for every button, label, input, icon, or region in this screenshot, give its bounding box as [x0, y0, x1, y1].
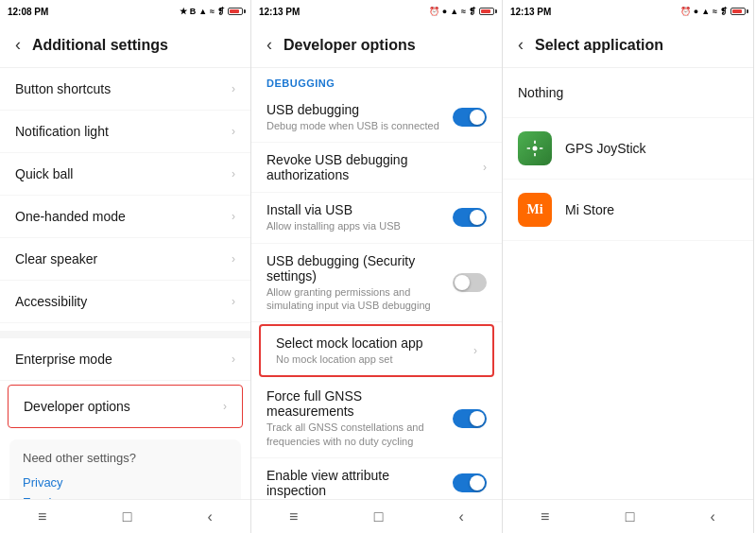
alarm3-icon: ⏰ — [680, 7, 691, 16]
back-button-2[interactable]: ‹ — [263, 31, 276, 59]
accessibility-label: Accessibility — [15, 294, 87, 309]
mi-store-label: Mi Store — [565, 202, 614, 217]
developer-options-item[interactable]: Developer options › — [8, 385, 243, 428]
install-usb-name: Install via USB — [266, 202, 445, 217]
sidebar-item-quick-ball[interactable]: Quick ball › — [0, 153, 250, 196]
sidebar-item-enterprise[interactable]: Enterprise mode › — [0, 338, 250, 381]
back-button-1[interactable]: ‹ — [11, 31, 25, 59]
view-inspection-item[interactable]: Enable view attribute inspection — [251, 458, 502, 499]
usb-security-desc: Allow granting permissions and simulatin… — [266, 285, 445, 313]
earphones-link[interactable]: Earphones — [23, 492, 228, 499]
sidebar-item-clear-speaker[interactable]: Clear speaker › — [0, 238, 250, 281]
bluetooth-icon: ★ — [180, 7, 187, 16]
sidebar-item-notification-light[interactable]: Notification light › — [0, 111, 250, 153]
suggestions-title: Need other settings? — [23, 451, 228, 465]
gnss-toggle[interactable] — [453, 409, 487, 428]
chevron-icon: › — [232, 295, 235, 308]
status-time-3: 12:13 PM — [510, 7, 551, 17]
gnss-item[interactable]: Force full GNSS measurements Track all G… — [251, 379, 502, 458]
signal3-icon: ▲ — [701, 7, 710, 16]
sidebar-item-developer[interactable]: Developer options › — [9, 386, 242, 427]
panel1-header: ‹ Additional settings — [0, 23, 250, 68]
gnss-name: Force full GNSS measurements — [266, 388, 445, 419]
wifi2-icon: ≈ — [461, 7, 466, 16]
sidebar-item-accessibility[interactable]: Accessibility › — [0, 281, 250, 323]
mock-location-desc: No mock location app set — [276, 352, 466, 366]
gps-joystick-icon — [518, 131, 552, 165]
install-usb-desc: Allow installing apps via USB — [266, 219, 445, 232]
back-nav-icon-2[interactable]: ‹ — [459, 508, 464, 525]
location-icon: ● — [442, 7, 447, 16]
panel1-title: Additional settings — [32, 37, 168, 54]
mock-location-name: Select mock location app — [276, 335, 466, 351]
view-inspection-name: Enable view attribute inspection — [266, 468, 445, 498]
bluetooth-icon2: B — [190, 7, 197, 16]
panel3-title: Select application — [535, 37, 663, 54]
wifi-icon: ≈ — [210, 7, 215, 16]
status-bar-2: 12:13 PM ⏰ ● ▲ ≈ ❡ — [251, 0, 502, 23]
status-icons-3: ⏰ ● ▲ ≈ ❡ — [680, 7, 746, 16]
mock-location-item[interactable]: Select mock location app No mock locatio… — [261, 326, 492, 375]
chevron-icon: › — [232, 125, 235, 138]
app-item-mi-store[interactable]: Mi Mi Store — [503, 180, 753, 241]
menu-nav-icon-2[interactable]: ≡ — [289, 508, 298, 525]
battery-icon-2 — [479, 8, 494, 15]
button-shortcuts-label: Button shortcuts — [15, 81, 111, 96]
menu-nav-icon-3[interactable]: ≡ — [541, 508, 549, 525]
signal-bars: ❡ — [217, 7, 225, 16]
app-item-gps[interactable]: GPS JoyStick — [503, 118, 753, 180]
one-handed-label: One-handed mode — [15, 209, 126, 224]
usb-security-item[interactable]: USB debugging (Security settings) Allow … — [251, 244, 502, 323]
nav-bar-3: ≡ □ ‹ — [503, 499, 753, 533]
gnss-desc: Track all GNSS constellations and freque… — [266, 421, 445, 448]
status-time-1: 12:08 PM — [8, 7, 48, 17]
svg-point-0 — [533, 146, 538, 151]
install-usb-item[interactable]: Install via USB Allow installing apps vi… — [251, 193, 502, 243]
mock-location-highlighted[interactable]: Select mock location app No mock locatio… — [259, 324, 494, 377]
back-nav-icon-3[interactable]: ‹ — [711, 508, 715, 525]
chevron-icon: › — [223, 400, 227, 413]
revoke-usb-name: Revoke USB debugging authorizations — [266, 152, 475, 182]
chevron-icon: › — [232, 167, 235, 181]
view-inspection-toggle[interactable] — [453, 473, 487, 492]
home-nav-icon-2[interactable]: □ — [374, 508, 384, 525]
sidebar-item-one-handed[interactable]: One-handed mode › — [0, 196, 250, 238]
back-nav-icon[interactable]: ‹ — [208, 508, 213, 525]
back-button-3[interactable]: ‹ — [514, 31, 527, 59]
usb-debugging-desc: Debug mode when USB is connected — [266, 119, 445, 132]
privacy-link[interactable]: Privacy — [23, 473, 228, 492]
usb-security-toggle[interactable] — [453, 273, 487, 292]
sidebar-item-button-shortcuts[interactable]: Button shortcuts › — [0, 68, 250, 111]
enterprise-section: Enterprise mode › — [0, 331, 250, 381]
usb-security-name: USB debugging (Security settings) — [266, 253, 445, 284]
app-list: Nothing GPS JoyStick Mi Mi Store — [503, 68, 753, 499]
menu-nav-icon[interactable]: ≡ — [38, 508, 46, 525]
nothing-label: Nothing — [518, 85, 563, 100]
suggestions-box: Need other settings? Privacy Earphones M… — [9, 439, 241, 499]
debugging-label: DEBUGGING — [251, 68, 502, 93]
gps-joystick-label: GPS JoyStick — [565, 141, 646, 156]
revoke-usb-item[interactable]: Revoke USB debugging authorizations › — [251, 143, 502, 193]
chevron-icon: › — [232, 210, 235, 223]
install-usb-toggle[interactable] — [453, 208, 487, 227]
usb-debugging-item[interactable]: USB debugging Debug mode when USB is con… — [251, 93, 502, 143]
wifi3-icon: ≈ — [713, 7, 717, 16]
select-application-panel: 12:13 PM ⏰ ● ▲ ≈ ❡ ‹ Select application … — [503, 0, 754, 533]
status-icons-2: ⏰ ● ▲ ≈ ❡ — [429, 7, 494, 16]
chevron-icon: › — [483, 161, 487, 174]
status-icons-1: ★ B ▲ ≈ ❡ — [180, 7, 243, 16]
home-nav-icon[interactable]: □ — [123, 508, 132, 525]
home-nav-icon-3[interactable]: □ — [626, 508, 635, 525]
mi-store-icon: Mi — [518, 193, 552, 227]
app-item-nothing[interactable]: Nothing — [503, 68, 753, 118]
status-bar-1: 12:08 PM ★ B ▲ ≈ ❡ — [0, 0, 250, 23]
usb-debugging-toggle[interactable] — [453, 108, 487, 127]
additional-settings-panel: 12:08 PM ★ B ▲ ≈ ❡ ‹ Additional settings… — [0, 0, 251, 533]
chevron-icon: › — [232, 82, 235, 95]
status-bar-3: 12:13 PM ⏰ ● ▲ ≈ ❡ — [503, 0, 753, 23]
signal2-icon: ▲ — [450, 7, 458, 16]
battery-icon — [228, 8, 243, 15]
quick-ball-label: Quick ball — [15, 166, 73, 181]
status-time-2: 12:13 PM — [259, 7, 300, 17]
clear-speaker-label: Clear speaker — [15, 251, 97, 266]
